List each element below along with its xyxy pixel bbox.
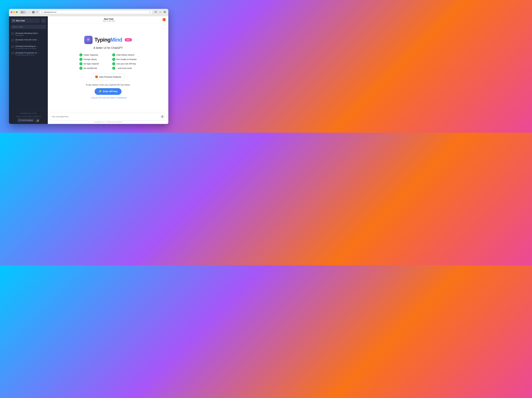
more-options-button[interactable]: ···	[41, 18, 46, 23]
microphone-button[interactable]	[160, 114, 165, 119]
close-button[interactable]	[11, 11, 13, 13]
minimize-button[interactable]	[13, 11, 15, 13]
chat-subtitle: yo!	[15, 41, 39, 43]
chat-bubble-icon	[11, 45, 14, 49]
back-button[interactable]: ‹	[27, 11, 28, 13]
chat-info: (Example) Generating domain ... list som…	[15, 45, 39, 49]
refresh-icon[interactable]	[149, 11, 151, 13]
page-title: New Chat	[55, 18, 162, 20]
browser-tab-bar	[11, 15, 167, 16]
footer-actions: Send Feedback 🌙	[11, 118, 46, 122]
new-tab-button[interactable]: +	[159, 10, 162, 14]
sidebar-footer: TypingMind.com © 2023 Privacy | Terms | …	[9, 111, 48, 124]
delete-chat-button[interactable]: 🗑	[43, 52, 46, 54]
delete-chat-button[interactable]: 🗑	[43, 32, 46, 35]
beta-badge: Beta	[125, 38, 132, 41]
brand-name-text: TypingMind	[95, 37, 122, 43]
api-dashboard-link[interactable]: → Get your API key from Open AI dashboar…	[89, 97, 127, 99]
feature-item: ✓ Chat History Search	[112, 53, 137, 56]
main-header: New Chat Start a new chat 🎁	[48, 16, 168, 24]
privacy-link[interactable]: Privacy	[16, 116, 21, 117]
chat-bubble-icon	[11, 39, 14, 42]
app-content: New Chat ··· (Example) Marketing Advice …	[9, 16, 168, 124]
check-icon: ✓	[79, 67, 82, 70]
faqs-link[interactable]: FAQs	[28, 116, 32, 117]
chat-info: (Example) Fix grammar errors Fix all the…	[15, 52, 39, 56]
browser-top-row: ‹ › 🛡 typingmind.com	[11, 10, 167, 14]
edit-chat-button[interactable]: ✏️	[40, 45, 43, 48]
feature-item: ✓ Faster response	[79, 53, 104, 56]
chat-list-item[interactable]: (Example) Chat with comedian yo! ✏️ 🗑	[10, 38, 47, 44]
feature-label: Prompt Library	[83, 58, 97, 60]
chat-title: (Example) Marketing Advice	[15, 32, 39, 34]
send-feedback-button[interactable]: Send Feedback	[17, 118, 34, 122]
check-icon: ✓	[79, 53, 82, 56]
logo-icon	[86, 37, 91, 43]
svg-rect-3	[42, 12, 43, 13]
chat-subtitle: Fix all the grammar errors in	[15, 54, 39, 56]
feature-label: Faster response	[83, 54, 98, 56]
browser-window: ‹ › 🛡 typingmind.com	[9, 9, 168, 124]
forward-button[interactable]: ›	[29, 11, 31, 13]
browser-actions: +	[154, 10, 167, 14]
address-bar[interactable]: typingmind.com	[39, 10, 152, 14]
gift-button[interactable]: 🎁	[162, 18, 166, 22]
new-chat-row: New Chat ···	[11, 18, 46, 23]
search-input[interactable]	[11, 25, 46, 29]
input-footer-text: TypingMind.com - A better UI for ChatGPT	[50, 121, 166, 123]
sidebar: New Chat ··· (Example) Marketing Advice …	[9, 16, 48, 124]
profile-icon[interactable]	[32, 11, 34, 13]
delete-chat-button[interactable]: 🗑	[43, 39, 46, 41]
edit-chat-button[interactable]: ✏️	[40, 52, 43, 54]
feedback-icon	[19, 119, 20, 121]
mic-icon	[161, 116, 164, 118]
svg-rect-5	[164, 11, 165, 13]
welcome-area: TypingMind Beta A better UI for ChatGPT …	[48, 24, 168, 111]
new-chat-button[interactable]: New Chat	[11, 18, 40, 23]
chat-list-item[interactable]: (Example) Fix grammar errors Fix all the…	[10, 51, 47, 57]
dark-mode-toggle[interactable]: 🌙	[35, 118, 39, 122]
tabs-button[interactable]	[163, 10, 167, 14]
feature-item: ✓ Run locally on browser	[112, 58, 137, 61]
feature-item: ✓ No monthly fee	[79, 67, 104, 70]
url-text: typingmind.com	[44, 11, 56, 13]
check-icon: ✓	[79, 58, 82, 61]
feature-item: ✓ ...and more soon!	[112, 67, 137, 70]
chat-title: (Example) Fix grammar errors	[15, 52, 39, 54]
chat-subtitle: list some good dot com domain	[15, 48, 39, 49]
feature-label: ...and more soon!	[116, 67, 132, 69]
chat-info: (Example) Chat with comedian yo!	[15, 39, 39, 43]
feature-label: No monthly fee	[83, 67, 97, 69]
message-input-row	[50, 113, 166, 120]
svg-rect-0	[21, 11, 23, 13]
feature-label: Use your own API key	[116, 63, 136, 65]
shield-icon: 🛡	[36, 11, 38, 13]
chat-list-item[interactable]: (Example) Marketing Advice best advice? …	[10, 31, 47, 38]
message-input[interactable]	[51, 116, 159, 118]
tagline: A better UI for ChatGPT	[93, 46, 123, 50]
svg-rect-9	[162, 116, 163, 117]
chat-subtitle: best advice?	[15, 34, 39, 36]
copyright-text: TypingMind.com © 2023	[11, 112, 46, 115]
delete-chat-button[interactable]: 🗑	[43, 45, 46, 48]
key-icon: 🔑	[99, 90, 101, 93]
edit-chat-button[interactable]: ✏️	[40, 32, 43, 35]
enter-api-key-button[interactable]: 🔑 Enter API Key	[95, 88, 121, 95]
maximize-button[interactable]	[16, 11, 18, 13]
chat-title: (Example) Chat with comedian	[15, 39, 39, 41]
premium-features-button[interactable]: 🎁 View Premium Features	[91, 74, 125, 80]
input-area: TypingMind.com - A better UI for ChatGPT	[48, 111, 168, 124]
chat-list-item[interactable]: (Example) Generating domain ... list som…	[10, 44, 47, 51]
feature-item: ✓ No login required	[79, 62, 104, 65]
sidebar-toggle[interactable]	[20, 11, 26, 14]
chat-list: (Example) Marketing Advice best advice? …	[9, 30, 48, 111]
lock-icon	[41, 11, 43, 13]
edit-chat-button[interactable]: ✏️	[40, 39, 43, 41]
traffic-lights	[11, 11, 18, 13]
terms-link[interactable]: Terms	[22, 116, 26, 117]
share-button[interactable]	[154, 10, 158, 14]
brand-row: TypingMind Beta	[84, 36, 132, 44]
header-title-block: New Chat Start a new chat	[55, 18, 162, 22]
svg-point-2	[33, 12, 34, 13]
twitter-link[interactable]: @tdinh_me	[33, 116, 41, 117]
